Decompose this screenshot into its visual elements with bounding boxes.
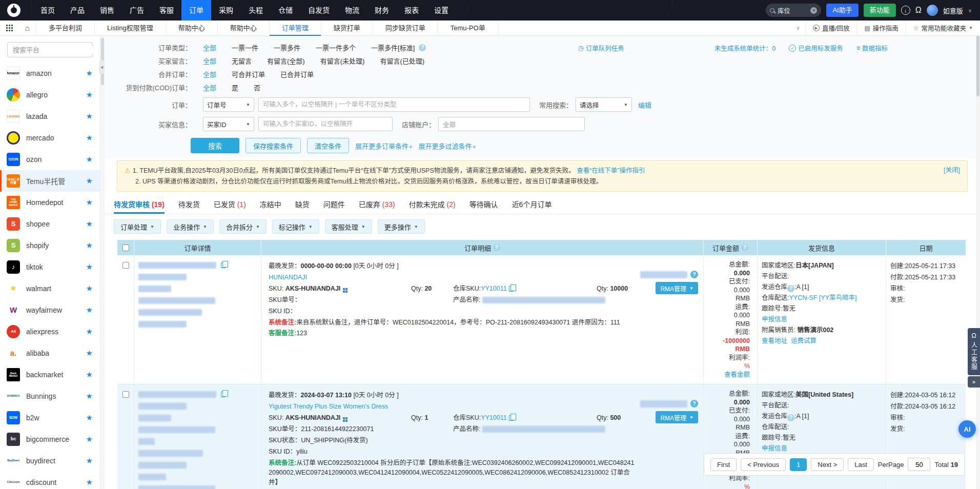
freight-estimate-link[interactable]: 运费试算 (791, 337, 816, 344)
favorite-star-icon[interactable]: ★ (86, 327, 93, 336)
workspace-tab[interactable]: 帮助中心 (166, 21, 218, 36)
status-tab[interactable]: 等待确认 (469, 199, 498, 214)
order-queue-link[interactable]: ◷订单队列任务 (578, 43, 624, 53)
favorite-star-icon[interactable]: ★ (86, 133, 93, 142)
filter-option[interactable]: 有留言(全部) (267, 56, 305, 66)
filter-option[interactable]: 否 (254, 83, 260, 92)
expand-order-conditions-link[interactable]: 展开更多订单条件» (355, 141, 413, 151)
workspace-tab[interactable]: 缺货打单 (321, 21, 373, 36)
sidebar-platform-item[interactable]: bc bigcommerce ★ (0, 429, 100, 450)
edit-common-search-link[interactable]: 编辑 (638, 100, 651, 110)
topnav-item[interactable]: 客服 (152, 0, 181, 21)
warehouse-sku-link[interactable]: YY10011 (481, 285, 507, 292)
copy-icon[interactable] (221, 392, 226, 397)
sku-grid-icon[interactable] (343, 417, 345, 419)
sidebar-platform-item[interactable]: mercado ★ (0, 127, 100, 149)
current-page-button[interactable]: 1 (790, 458, 807, 471)
declare-info-link[interactable]: 申报信息 (762, 445, 787, 452)
platform-search-input[interactable] (13, 46, 100, 54)
favorite-star-icon[interactable]: ★ (86, 435, 93, 444)
sidebar-scrollbar[interactable] (100, 36, 105, 489)
app-logo[interactable] (7, 4, 21, 17)
download-icon[interactable]: ↓ (901, 6, 910, 15)
sidebar-platform-item[interactable]: Back Market backmarket ★ (0, 364, 100, 385)
sidebar-platform-item[interactable]: Amazon amazon ★ (0, 63, 100, 84)
ai-float-button[interactable]: AI (958, 420, 976, 438)
help-icon[interactable]: ? (741, 244, 748, 251)
topnav-item[interactable]: 广告 (122, 0, 152, 21)
last-page-button[interactable]: Last (848, 458, 874, 471)
favorite-star-icon[interactable]: ★ (86, 305, 93, 315)
topnav-item[interactable]: 报表 (397, 0, 426, 21)
view-address-link[interactable]: 查看地址 (762, 337, 787, 344)
status-tab[interactable]: 待发货 (178, 199, 200, 214)
filter-option[interactable]: 全部 (203, 83, 216, 92)
notice-close-link[interactable]: [关闭] (944, 165, 960, 176)
favorites-link[interactable]: ☆ 常用功能收藏夹 ▼ (906, 21, 980, 35)
action-dropdown-button[interactable]: 更多操作▼ (378, 219, 425, 234)
sidebar-platform-item[interactable]: Ali aliexpress ★ (0, 321, 100, 342)
help-icon[interactable]: ? (493, 244, 500, 251)
topnav-item[interactable]: 订单 (181, 0, 211, 21)
copy-icon[interactable] (509, 286, 514, 292)
avatar[interactable] (927, 5, 938, 16)
apps-grid-icon[interactable] (0, 21, 19, 35)
topnav-item[interactable]: 产品 (63, 0, 92, 21)
workspace-tab[interactable]: 同步缺货订单 (373, 21, 438, 36)
workspace-tab[interactable]: Temu-PO单 (438, 21, 498, 36)
sidebar-platform-item[interactable]: BuyDirect buydirect ★ (0, 450, 100, 472)
warehouse-delivery-link[interactable]: YYCN-SF [YY菜鸟顺丰] (789, 294, 856, 301)
sidebar-collapse-handle[interactable]: ◄ (99, 60, 105, 74)
sidebar-platform-item[interactable]: B2W b2w ★ (0, 407, 100, 429)
favorite-star-icon[interactable]: ★ (86, 176, 93, 186)
live-replay-link[interactable]: ▶ 直播/回放 (805, 21, 856, 35)
status-tab[interactable]: 付款未完成 (2) (409, 199, 456, 214)
help-icon[interactable]: ? (787, 414, 794, 421)
sidebar-platform-item[interactable]: THE HOME DEPOT Homedepot ★ (0, 192, 100, 213)
data-metrics-link[interactable]: ≡数据指标 (856, 43, 888, 53)
help-icon[interactable]: ? (787, 285, 794, 292)
topnav-item[interactable]: 自发货 (300, 0, 337, 21)
tagged-service-link[interactable]: ✓已启用标发服务 (789, 43, 843, 53)
row-checkbox[interactable] (122, 391, 129, 398)
topnav-item[interactable]: 采购 (211, 0, 241, 21)
order-number-input[interactable] (258, 97, 530, 112)
notice-guide-link[interactable]: 查看“在线下单”操作指引 (577, 167, 645, 174)
order-number-type-select[interactable]: 订单号▼ (203, 97, 254, 112)
action-dropdown-button[interactable]: 订单处理▼ (114, 219, 161, 234)
filter-option[interactable]: 全部 (203, 56, 216, 66)
filter-option[interactable]: 全部 (203, 69, 216, 79)
filter-option[interactable]: 是 (232, 83, 238, 92)
favorite-star-icon[interactable]: ★ (86, 90, 93, 99)
expand-panel-button[interactable]: » (968, 376, 980, 388)
home-icon[interactable]: ⌂ (19, 21, 36, 35)
select-all-checkbox[interactable] (122, 244, 129, 251)
prev-page-button[interactable]: < Previous (741, 458, 786, 471)
expand-filter-conditions-link[interactable]: 展开更多过滤条件» (419, 141, 476, 151)
topnav-item[interactable]: 首页 (33, 0, 63, 21)
favorite-star-icon[interactable]: ★ (86, 198, 93, 207)
filter-option[interactable]: 一票多件[标准] (371, 43, 415, 52)
headset-icon[interactable]: Ω (915, 6, 922, 15)
clear-search-icon[interactable]: × (810, 7, 817, 14)
filter-option[interactable]: 一票一件 (232, 43, 258, 52)
filter-option[interactable]: 可合并订单 (232, 69, 265, 79)
workspace-tab[interactable]: 多平台利润 (36, 21, 95, 36)
workspace-tab[interactable]: 订单管理 (270, 21, 321, 36)
sidebar-platform-item[interactable]: ♪ tiktok ★ (0, 256, 100, 278)
sidebar-platform-item[interactable]: S shopify ★ (0, 235, 100, 256)
help-icon[interactable]: ? (419, 44, 426, 51)
copy-icon[interactable] (509, 415, 514, 421)
sidebar-platform-item[interactable]: ✶ walmart ★ (0, 278, 100, 299)
warehouse-sku-link[interactable]: YY10011 (481, 414, 507, 421)
version-label[interactable]: 如意版 (943, 6, 963, 15)
common-search-select[interactable]: 请选择▼ (576, 97, 632, 112)
topnav-item[interactable]: 物流 (337, 0, 367, 21)
workspace-tab[interactable]: Listing权限管理 (95, 21, 166, 36)
status-tab[interactable]: 近6个月订单 (512, 199, 552, 214)
workspace-tab[interactable]: 帮助中心 (218, 21, 270, 36)
unsynced-stat-link[interactable]: 未生成系统单统计：0 (714, 43, 775, 53)
topnav-item[interactable]: 头程 (241, 0, 271, 21)
filter-option[interactable]: 一票一件多个 (316, 43, 356, 52)
favorite-star-icon[interactable]: ★ (86, 219, 93, 229)
